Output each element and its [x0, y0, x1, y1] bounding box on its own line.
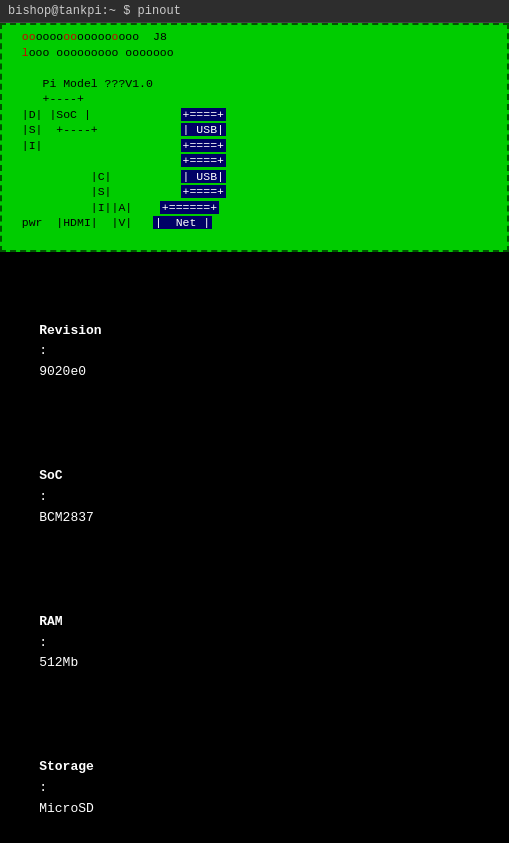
diagram-line1: ooooooooooooooooo J8 looo ooooooooo oooo… [8, 30, 226, 229]
revision-colon: : [39, 343, 55, 358]
ram-colon: : [39, 635, 55, 650]
revision-label: Revision [39, 321, 199, 342]
storage-label: Storage [39, 757, 199, 778]
soc-value: BCM2837 [39, 510, 94, 525]
info-row-storage: Storage : MicroSD [8, 737, 501, 841]
ram-label: RAM [39, 612, 199, 633]
ram-value: 512Mb [39, 655, 78, 670]
soc-label: SoC [39, 466, 199, 487]
soc-colon: : [39, 489, 55, 504]
storage-colon: : [39, 780, 55, 795]
info-row-ram: RAM : 512Mb [8, 591, 501, 695]
terminal-title: bishop@tankpi:~ $ pinout [8, 4, 181, 18]
revision-value: 9020e0 [39, 364, 86, 379]
info-row-soc: SoC : BCM2837 [8, 445, 501, 549]
diagram-area: ooooooooooooooooo J8 looo ooooooooo oooo… [0, 23, 509, 252]
info-row-revision: Revision : 9020e0 [8, 300, 501, 404]
info-section: Revision : 9020e0 SoC : BCM2837 RAM : 51… [0, 252, 509, 843]
storage-value: MicroSD [39, 801, 94, 816]
terminal-bar: bishop@tankpi:~ $ pinout [0, 0, 509, 23]
